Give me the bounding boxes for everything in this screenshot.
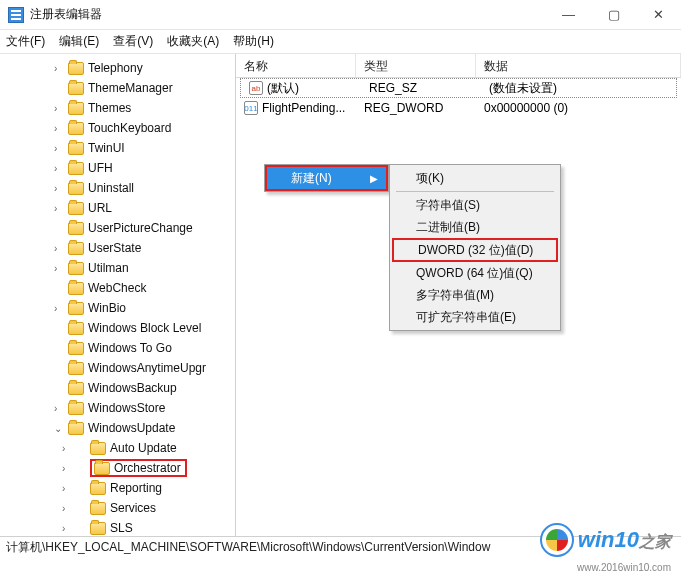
value-type-icon: ab bbox=[249, 81, 263, 95]
folder-icon bbox=[68, 182, 84, 195]
menu-favorites[interactable]: 收藏夹(A) bbox=[167, 33, 219, 50]
tree-item[interactable]: ›TwinUI bbox=[0, 138, 235, 158]
tree-item[interactable]: ›Uninstall bbox=[0, 178, 235, 198]
tree-item-label: Orchestrator bbox=[114, 461, 181, 475]
context-menu-submenu: 项(K)字符串值(S)二进制值(B)DWORD (32 位)值(D)QWORD … bbox=[389, 164, 561, 331]
chevron-icon: › bbox=[54, 63, 64, 74]
chevron-icon: › bbox=[62, 443, 72, 454]
chevron-icon: › bbox=[54, 143, 64, 154]
window-controls: — ▢ ✕ bbox=[546, 0, 681, 30]
tree-item[interactable]: WindowsAnytimeUpgr bbox=[0, 358, 235, 378]
tree-item[interactable]: ›TouchKeyboard bbox=[0, 118, 235, 138]
chevron-icon: › bbox=[62, 463, 72, 474]
menu-edit[interactable]: 编辑(E) bbox=[59, 33, 99, 50]
watermark-url: www.2016win10.com bbox=[577, 562, 671, 573]
list-body[interactable]: ab(默认)REG_SZ(数值未设置)011FlightPending...RE… bbox=[236, 78, 681, 118]
folder-icon bbox=[68, 382, 84, 395]
list-header: 名称 类型 数据 bbox=[236, 54, 681, 78]
submenu-item[interactable]: 项(K) bbox=[392, 167, 558, 189]
tree-panel[interactable]: ›TelephonyThemeManager›Themes›TouchKeybo… bbox=[0, 54, 236, 536]
folder-icon bbox=[68, 282, 84, 295]
tree-item[interactable]: ›Utilman bbox=[0, 258, 235, 278]
value-row[interactable]: 011FlightPending...REG_DWORD0x00000000 (… bbox=[236, 98, 681, 118]
folder-icon bbox=[68, 362, 84, 375]
tree-item[interactable]: Windows Block Level bbox=[0, 318, 235, 338]
tree-item-label: UserState bbox=[88, 241, 141, 255]
submenu-item[interactable]: 二进制值(B) bbox=[392, 216, 558, 238]
folder-icon bbox=[68, 242, 84, 255]
submenu-item[interactable]: QWORD (64 位)值(Q) bbox=[392, 262, 558, 284]
tree-item[interactable]: ›WindowsStore bbox=[0, 398, 235, 418]
maximize-button[interactable]: ▢ bbox=[591, 0, 636, 30]
tree-item[interactable]: WindowsBackup bbox=[0, 378, 235, 398]
tree-item-label: WindowsUpdate bbox=[88, 421, 175, 435]
folder-icon bbox=[68, 222, 84, 235]
header-data[interactable]: 数据 bbox=[476, 54, 681, 77]
tree-item-label: UserPictureChange bbox=[88, 221, 193, 235]
chevron-icon: › bbox=[54, 183, 64, 194]
window-title: 注册表编辑器 bbox=[30, 6, 546, 23]
tree-item[interactable]: ⌄WindowsUpdate bbox=[0, 418, 235, 438]
header-name[interactable]: 名称 bbox=[236, 54, 356, 77]
value-data: (数值未设置) bbox=[481, 80, 676, 97]
tree-item-label: TouchKeyboard bbox=[88, 121, 171, 135]
value-row[interactable]: ab(默认)REG_SZ(数值未设置) bbox=[240, 78, 677, 98]
tree-item[interactable]: ›Telephony bbox=[0, 58, 235, 78]
folder-icon bbox=[94, 462, 110, 475]
chevron-icon: › bbox=[54, 163, 64, 174]
menu-item-new[interactable]: 新建(N) ▶ bbox=[267, 167, 386, 189]
tree-item[interactable]: ›URL bbox=[0, 198, 235, 218]
tree-item[interactable]: Windows To Go bbox=[0, 338, 235, 358]
tree-item-label: SLS bbox=[110, 521, 133, 535]
menu-separator bbox=[396, 191, 554, 192]
tree-item[interactable]: ›Orchestrator bbox=[0, 458, 235, 478]
value-name: (默认) bbox=[267, 80, 299, 97]
folder-icon bbox=[68, 122, 84, 135]
submenu-arrow-icon: ▶ bbox=[370, 173, 378, 184]
value-type: REG_SZ bbox=[361, 81, 481, 95]
tree-item[interactable]: ›UserState bbox=[0, 238, 235, 258]
chevron-icon: › bbox=[54, 123, 64, 134]
tree-item[interactable]: WebCheck bbox=[0, 278, 235, 298]
menu-view[interactable]: 查看(V) bbox=[113, 33, 153, 50]
folder-icon bbox=[68, 202, 84, 215]
tree-item[interactable]: ›WinBio bbox=[0, 298, 235, 318]
menubar: 文件(F) 编辑(E) 查看(V) 收藏夹(A) 帮助(H) bbox=[0, 30, 681, 54]
tree-item[interactable]: ›Auto Update bbox=[0, 438, 235, 458]
header-type[interactable]: 类型 bbox=[356, 54, 476, 77]
tree-item[interactable]: ›Services bbox=[0, 498, 235, 518]
chevron-icon: › bbox=[62, 503, 72, 514]
tree-item-label: WindowsStore bbox=[88, 401, 165, 415]
value-type: REG_DWORD bbox=[356, 101, 476, 115]
tree-item-label: WebCheck bbox=[88, 281, 146, 295]
chevron-icon: › bbox=[62, 523, 72, 534]
menu-help[interactable]: 帮助(H) bbox=[233, 33, 274, 50]
tree-item[interactable]: UserPictureChange bbox=[0, 218, 235, 238]
tree-item-label: Windows To Go bbox=[88, 341, 172, 355]
tree-item[interactable]: ›SLS bbox=[0, 518, 235, 536]
tree-item-label: Windows Block Level bbox=[88, 321, 201, 335]
value-type-icon: 011 bbox=[244, 101, 258, 115]
tree-item[interactable]: ThemeManager bbox=[0, 78, 235, 98]
tree-item[interactable]: ›Reporting bbox=[0, 478, 235, 498]
tree-item-label: WinBio bbox=[88, 301, 126, 315]
tree-item-label: Telephony bbox=[88, 61, 143, 75]
tree-item-label: TwinUI bbox=[88, 141, 125, 155]
submenu-item[interactable]: DWORD (32 位)值(D) bbox=[392, 238, 558, 262]
value-data: 0x00000000 (0) bbox=[476, 101, 681, 115]
menu-file[interactable]: 文件(F) bbox=[6, 33, 45, 50]
folder-icon bbox=[68, 342, 84, 355]
chevron-icon: › bbox=[54, 303, 64, 314]
watermark-logo: win10之家 bbox=[540, 523, 671, 557]
submenu-item[interactable]: 可扩充字符串值(E) bbox=[392, 306, 558, 328]
submenu-item[interactable]: 字符串值(S) bbox=[392, 194, 558, 216]
minimize-button[interactable]: — bbox=[546, 0, 591, 30]
tree-item[interactable]: ›UFH bbox=[0, 158, 235, 178]
menu-item-new-label: 新建(N) bbox=[291, 170, 332, 187]
chevron-icon: › bbox=[54, 403, 64, 414]
close-button[interactable]: ✕ bbox=[636, 0, 681, 30]
tree-item[interactable]: ›Themes bbox=[0, 98, 235, 118]
app-icon bbox=[8, 7, 24, 23]
folder-icon bbox=[68, 102, 84, 115]
submenu-item[interactable]: 多字符串值(M) bbox=[392, 284, 558, 306]
